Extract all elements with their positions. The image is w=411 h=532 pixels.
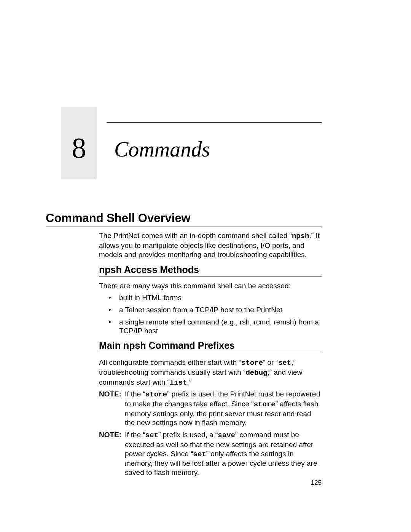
bullet-icon: • — [108, 293, 119, 302]
inline-code-set: set — [145, 431, 158, 439]
text: If the “ — [125, 390, 145, 398]
inline-code-npsh: npsh — [292, 232, 309, 240]
text: ” prefix is used, a “ — [158, 431, 218, 439]
text: ” or “ — [263, 358, 278, 366]
heading-command-shell-overview: Command Shell Overview — [46, 211, 322, 227]
overview-paragraph: The PrintNet comes with an in-depth comm… — [99, 231, 320, 259]
list-item: • a Telnet session from a TCP/IP host to… — [108, 305, 322, 315]
note-label: NOTE: — [99, 430, 125, 477]
text: .” — [187, 378, 191, 386]
heading-main-npsh-command-prefixes: Main npsh Command Prefixes — [99, 340, 322, 352]
note-body: If the “set” prefix is used, a “save” co… — [125, 430, 322, 477]
inline-code-save: save — [218, 431, 235, 439]
inline-code-set: set — [278, 359, 291, 367]
text: The PrintNet comes with an in-depth comm… — [99, 232, 292, 240]
inline-code-list: list — [170, 379, 187, 387]
list-item-text: a Telnet session from a TCP/IP host to t… — [119, 305, 322, 315]
prefixes-paragraph: All configurable commands either start w… — [99, 358, 322, 387]
access-bullets: • built in HTML forms • a Telnet session… — [108, 293, 322, 339]
list-item: • a single remote shell command (e.g., r… — [108, 318, 322, 336]
note-store: NOTE: If the “store” prefix is used, the… — [99, 390, 322, 427]
note-body: If the “store” prefix is used, the Print… — [125, 390, 322, 427]
list-item-text: built in HTML forms — [119, 293, 322, 302]
inline-code-store: store — [254, 400, 276, 409]
note-set: NOTE: If the “set” prefix is used, a “sa… — [99, 430, 322, 477]
inline-code-set: set — [193, 450, 206, 459]
access-intro: There are many ways this command shell c… — [99, 282, 322, 290]
inline-code-store: store — [241, 359, 263, 367]
inline-code-store: store — [145, 390, 167, 399]
text: If the “ — [125, 431, 145, 439]
list-item: • built in HTML forms — [108, 293, 322, 302]
page: 8 Commands Command Shell Overview The Pr… — [0, 0, 411, 532]
chapter-rule — [107, 122, 322, 123]
text: All configurable commands either start w… — [99, 358, 241, 366]
bullet-icon: • — [108, 318, 119, 336]
page-number: 125 — [0, 479, 322, 487]
inline-code-debug: debug — [245, 369, 267, 377]
heading-npsh-access-methods: npsh Access Methods — [99, 264, 322, 276]
chapter-title: Commands — [114, 137, 210, 161]
list-item-text: a single remote shell command (e.g., rsh… — [119, 318, 322, 336]
note-label: NOTE: — [99, 390, 125, 427]
chapter-number: 8 — [61, 131, 97, 165]
bullet-icon: • — [108, 305, 119, 315]
